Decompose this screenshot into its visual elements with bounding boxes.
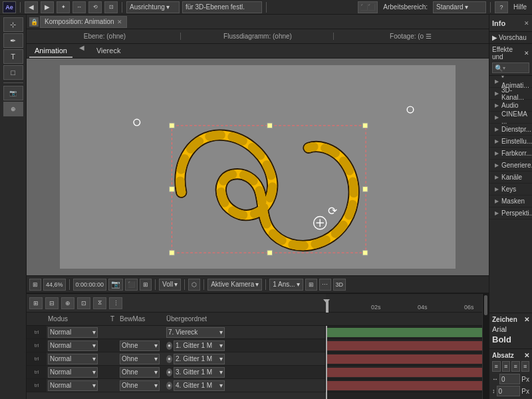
tool1-icon[interactable]: ✦ xyxy=(57,1,70,13)
mode-dropdown-4[interactable]: Normal ▾ xyxy=(48,367,98,378)
mode-dropdown-2[interactable]: Normal ▾ xyxy=(48,340,98,351)
effect-farbkorr[interactable]: Farbkorr... xyxy=(489,148,532,160)
effect-cinema[interactable]: CINEMA ... xyxy=(489,112,532,124)
svg-rect-4 xyxy=(362,123,368,128)
zeichen-panel: Zeichen ✕ Arial Bold xyxy=(489,313,532,348)
sep4 xyxy=(203,279,204,290)
shape-tool[interactable]: □ xyxy=(3,65,23,80)
layer-name-dropdown-1[interactable]: 7. Viereck ▾ xyxy=(166,327,225,338)
tool2-icon[interactable]: ↔ xyxy=(72,1,86,13)
tab-arrow[interactable]: ◀ xyxy=(78,44,86,58)
lock-icon[interactable]: 🔒 xyxy=(29,17,39,27)
px-icon-2: ↕ xyxy=(492,388,495,394)
align-right-icon[interactable]: ≡ xyxy=(511,361,520,372)
layer-eye-icon-4[interactable]: ● xyxy=(166,368,172,376)
camera-tool[interactable]: 📷 xyxy=(3,86,23,100)
timeline-scrollbar[interactable] xyxy=(482,294,489,399)
mode-dropdown-1[interactable]: Normal ▾ xyxy=(48,327,98,338)
comp-top: 🔒 Komposition: Animation ✕ Ebene: (ohne)… xyxy=(27,15,489,293)
camera-dropdown[interactable]: Aktive Kamera ▾ xyxy=(207,279,262,291)
more-icon[interactable]: ⋯ xyxy=(319,279,331,291)
tl-icon1[interactable]: ⊞ xyxy=(29,297,43,309)
snapshot-icon[interactable]: 📷 xyxy=(108,279,123,291)
3d-icon[interactable]: 3D xyxy=(333,279,346,291)
layer-name-dropdown-3[interactable]: 2. Gitter 1 M ▾ xyxy=(174,354,225,364)
section-menu-icon[interactable]: ☰ xyxy=(426,33,432,40)
zoom-btn[interactable]: 44,6% xyxy=(43,279,66,291)
bewmas-dropdown-3[interactable]: Ohne ▾ xyxy=(120,354,160,364)
arrow-right-icon[interactable]: ▶ xyxy=(41,1,54,13)
playhead[interactable] xyxy=(326,326,327,399)
layer-name-dropdown-2[interactable]: 1. Gitter 1 M ▾ xyxy=(174,340,225,351)
tl-icon3[interactable]: ⊕ xyxy=(61,297,74,309)
3d-dropdown[interactable]: für 3D-Ebenen festl. xyxy=(182,1,262,13)
expand-icon[interactable]: ⊞ xyxy=(305,279,317,291)
effect-perspekti[interactable]: Perspekti... xyxy=(489,207,532,219)
absatz-close-icon[interactable]: ✕ xyxy=(524,352,529,359)
align-center-icon[interactable]: ≡ xyxy=(502,361,511,372)
comp-viewer[interactable]: ⟳ xyxy=(27,59,489,275)
comp-animation-tab[interactable]: Komposition: Animation ✕ xyxy=(40,16,127,28)
timeline-toolbar: ⊞ ⊟ ⊕ ⊡ ⧖ ⋮ xyxy=(27,294,326,313)
pen-tool[interactable]: ✒ xyxy=(3,33,23,48)
tl-icon4[interactable]: ⊡ xyxy=(77,297,90,309)
snap-icon[interactable]: ⊞ xyxy=(29,279,41,291)
effekte-close[interactable]: ✕ xyxy=(524,50,529,57)
quality-dropdown[interactable]: Voll ▾ xyxy=(159,279,181,291)
timecode-btn[interactable]: 0:00:00:00 xyxy=(73,279,107,291)
font-style-row: Bold xyxy=(492,334,529,344)
tab-animation[interactable]: Animation xyxy=(29,44,72,58)
bar-row-5 xyxy=(326,379,489,392)
grid-icon[interactable]: ⊞ xyxy=(140,279,152,291)
vorschau-title[interactable]: ▶ Vorschau xyxy=(492,34,529,41)
zeichen-close-icon[interactable]: ✕ xyxy=(524,316,529,323)
layer-mode-1: Normal ▾ xyxy=(47,327,106,338)
tl-icon5[interactable]: ⧖ xyxy=(93,297,106,309)
tl-icon6[interactable]: ⋮ xyxy=(109,297,122,309)
bewmas-dropdown-4[interactable]: Ohne ▾ xyxy=(120,367,160,378)
layer-name-dropdown-5[interactable]: 4. Gitter 1 M ▾ xyxy=(174,380,225,391)
layer-row-2: trl Normal ▾ Ohne xyxy=(27,339,325,352)
effect-generiere[interactable]: Generiere... xyxy=(489,160,532,172)
help-icon[interactable]: ? xyxy=(495,1,508,13)
tool3-icon[interactable]: ⟲ xyxy=(88,1,102,13)
transform-tool[interactable]: ⊹ xyxy=(3,17,23,32)
layer-name-dropdown-4[interactable]: 3. Gitter 1 M ▾ xyxy=(174,367,225,378)
arrow-left-icon[interactable]: ◀ xyxy=(25,1,38,13)
effects-search[interactable]: 🔍 ▾ xyxy=(492,63,529,73)
align-justify-icon[interactable]: ≡ xyxy=(521,361,530,372)
mode-dropdown-3[interactable]: Normal ▾ xyxy=(48,354,98,364)
views-dropdown[interactable]: 1 Ans... ▾ xyxy=(269,279,303,291)
tool4-icon[interactable]: ⊡ xyxy=(104,1,118,13)
px-input-1[interactable]: 0 xyxy=(499,374,520,384)
alignment-dropdown[interactable]: Ausrichtung ▾ xyxy=(126,1,180,13)
effect-kanale[interactable]: Kanäle xyxy=(489,172,532,184)
px-input-2[interactable]: 0 xyxy=(497,386,521,396)
tab-viereck[interactable]: Viereck xyxy=(91,44,126,58)
effect-masken[interactable]: Masken xyxy=(489,196,532,207)
layer-mode-3: Normal ▾ xyxy=(47,354,106,364)
effect-einstellung[interactable]: Einstellu... xyxy=(489,136,532,148)
info-close[interactable]: ✕ xyxy=(524,20,529,27)
align-left-icon[interactable]: ≡ xyxy=(492,361,501,372)
mode-dropdown-5[interactable]: Normal ▾ xyxy=(48,380,98,391)
scrollbar-thumb[interactable] xyxy=(484,295,487,315)
layer-eye-icon-2[interactable]: ● xyxy=(166,342,172,350)
text-tool[interactable]: T xyxy=(3,49,23,64)
close-comp-icon[interactable]: ✕ xyxy=(117,19,122,25)
bewmas-dropdown-2[interactable]: Ohne ▾ xyxy=(120,340,160,351)
effect-3d-kanal[interactable]: 3D-Kanal... xyxy=(489,88,532,100)
effect-dienst[interactable]: Dienstpr... xyxy=(489,124,532,136)
timeline-bar-header xyxy=(326,313,489,326)
layer-ctrl-1: trl xyxy=(27,326,47,338)
layer-eye-icon-3[interactable]: ● xyxy=(166,355,172,363)
mask-icon[interactable]: ⬡ xyxy=(188,279,200,291)
workspace-dropdown[interactable]: Standard ▾ xyxy=(433,1,486,13)
orbit-tool[interactable]: ⊕ xyxy=(3,102,23,116)
show-render-icon[interactable]: ⬛ xyxy=(125,279,138,291)
px-label-1: Px xyxy=(521,376,529,383)
layer-eye-icon-5[interactable]: ● xyxy=(166,382,172,390)
tl-icon2[interactable]: ⊟ xyxy=(45,297,59,309)
bewmas-dropdown-5[interactable]: Ohne ▾ xyxy=(120,380,160,391)
effect-keys[interactable]: Keys xyxy=(489,184,532,196)
